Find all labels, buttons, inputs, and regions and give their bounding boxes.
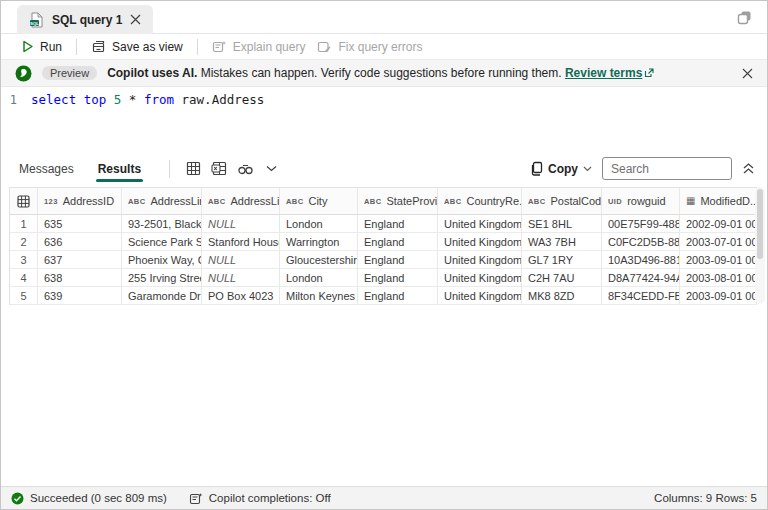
data-cell[interactable]: England (358, 269, 438, 287)
data-cell[interactable]: England (358, 233, 438, 251)
column-header-stateprovin[interactable]: ABCStateProvin... (358, 188, 438, 215)
chevron-down-icon[interactable] (258, 157, 284, 181)
column-header-addresslin[interactable]: ABCAddressLin... (202, 188, 280, 215)
data-cell[interactable]: 2003-09-01 00:... (680, 287, 757, 305)
column-header-city[interactable]: ABCCity (280, 188, 358, 215)
banner-close-icon[interactable] (742, 68, 753, 79)
data-cell[interactable]: 10A3D496-881... (602, 251, 680, 269)
column-type-badge: 123 (44, 197, 58, 206)
tab-messages[interactable]: Messages (13, 152, 80, 185)
data-cell[interactable]: NULL (202, 269, 280, 287)
line-number: 1 (1, 93, 31, 107)
data-cell[interactable]: Milton Keynes (280, 287, 358, 305)
data-cell[interactable]: C2H 7AU (522, 269, 602, 287)
search-input[interactable] (602, 157, 732, 180)
tab-close-icon[interactable] (130, 14, 141, 25)
column-header-postalcode[interactable]: ABCPostalCode (522, 188, 602, 215)
data-cell[interactable]: 637 (38, 251, 122, 269)
save-as-view-button[interactable]: Save as view (85, 40, 189, 54)
data-cell[interactable]: 2003-08-01 00:... (680, 269, 757, 287)
column-header-label: PostalCode (550, 195, 602, 207)
data-cell[interactable]: NULL (202, 215, 280, 233)
data-cell[interactable]: 00E75F99-488C... (602, 215, 680, 233)
data-cell[interactable]: United Kingdom (438, 233, 522, 251)
column-header-countryre[interactable]: ABCCountryRe... (438, 188, 522, 215)
data-cell[interactable]: United Kingdom (438, 287, 522, 305)
data-cell[interactable]: 2002-09-01 00:... (680, 215, 757, 233)
copy-chevron-icon (583, 166, 592, 172)
tab-results[interactable]: Results (92, 152, 147, 185)
explain-query-button[interactable]: Explain query (206, 40, 312, 54)
data-cell[interactable]: NULL (202, 251, 280, 269)
code-token (106, 92, 114, 107)
data-cell[interactable]: 93-2501, Blackf... (122, 215, 202, 233)
copilot-completions-status[interactable]: Copilot completions: Off (189, 492, 331, 505)
collapse-panel-icon[interactable] (742, 162, 755, 175)
duplicate-tab-icon[interactable] (736, 9, 753, 26)
data-cell[interactable]: England (358, 215, 438, 233)
select-all-cell[interactable] (10, 188, 38, 215)
fix-query-errors-button[interactable]: Fix query errors (311, 40, 428, 54)
column-header-modifiedd[interactable]: ▦ModifiedD... (680, 188, 757, 215)
data-cell[interactable]: C0FC2D5B-88E... (602, 233, 680, 251)
results-right-controls: Copy (530, 157, 755, 180)
scrollbar-thumb[interactable] (757, 189, 763, 259)
tab-sql-query-1[interactable]: SQL SQL query 1 (17, 5, 153, 34)
data-cell[interactable]: Phoenix Way, C... (122, 251, 202, 269)
sql-code: select top 5 * from raw.Address (31, 92, 264, 107)
grid-view-icon[interactable] (180, 157, 206, 181)
row-number-cell[interactable]: 5 (10, 287, 38, 305)
results-separator (169, 160, 170, 178)
data-cell[interactable]: Science Park So... (122, 233, 202, 251)
data-cell[interactable]: SE1 8HL (522, 215, 602, 233)
data-cell[interactable]: 255 Irving Street (122, 269, 202, 287)
data-cell[interactable]: WA3 7BH (522, 233, 602, 251)
data-cell[interactable]: 638 (38, 269, 122, 287)
data-cell[interactable]: Gloucestershire (280, 251, 358, 269)
column-header-label: CountryRe... (466, 195, 522, 207)
data-cell[interactable]: United Kingdom (438, 269, 522, 287)
grid-vertical-scrollbar[interactable] (755, 187, 765, 304)
data-cell[interactable]: 635 (38, 215, 122, 233)
column-type-badge: ABC (364, 197, 381, 206)
data-cell[interactable]: Warrington (280, 233, 358, 251)
column-type-badge: ABC (528, 197, 545, 206)
data-cell[interactable]: Stanford House (202, 233, 280, 251)
row-number-cell[interactable]: 3 (10, 251, 38, 269)
column-header-label: City (308, 195, 327, 207)
row-number-cell[interactable]: 4 (10, 269, 38, 287)
copy-button[interactable]: Copy (530, 161, 592, 176)
data-cell[interactable]: PO Box 4023 (202, 287, 280, 305)
row-number-cell[interactable]: 1 (10, 215, 38, 233)
data-cell[interactable]: Garamonde Dri... (122, 287, 202, 305)
data-cell[interactable]: 636 (38, 233, 122, 251)
save-view-icon (91, 40, 106, 54)
data-cell[interactable]: GL7 1RY (522, 251, 602, 269)
column-header-rowguid[interactable]: UIDrowguid (602, 188, 680, 215)
review-terms-link[interactable]: Review terms (565, 66, 654, 80)
code-token: top (84, 92, 107, 107)
column-header-addresslin[interactable]: ABCAddressLin... (122, 188, 202, 215)
copy-label: Copy (548, 162, 578, 176)
data-cell[interactable]: United Kingdom (438, 251, 522, 269)
code-editor[interactable]: 1 select top 5 * from raw.Address (1, 88, 767, 152)
data-cell[interactable]: 639 (38, 287, 122, 305)
data-cell[interactable]: England (358, 287, 438, 305)
run-button[interactable]: Run (15, 40, 68, 54)
data-cell[interactable]: London (280, 215, 358, 233)
svg-text:SQL: SQL (30, 20, 39, 25)
export-excel-icon[interactable] (206, 157, 232, 181)
data-cell[interactable]: United Kingdom (438, 215, 522, 233)
fix-query-errors-label: Fix query errors (338, 40, 422, 54)
data-cell[interactable]: London (280, 269, 358, 287)
data-cell[interactable]: 8F34CEDD-FB6... (602, 287, 680, 305)
data-cell[interactable]: England (358, 251, 438, 269)
data-cell[interactable]: 2003-09-01 00:... (680, 251, 757, 269)
column-type-badge: ABC (128, 197, 145, 206)
row-number-cell[interactable]: 2 (10, 233, 38, 251)
data-cell[interactable]: MK8 8ZD (522, 287, 602, 305)
data-cell[interactable]: 2003-07-01 00:... (680, 233, 757, 251)
column-header-addressid[interactable]: 123AddressID (38, 188, 122, 215)
find-icon[interactable] (232, 157, 258, 181)
data-cell[interactable]: D8A77424-94A... (602, 269, 680, 287)
